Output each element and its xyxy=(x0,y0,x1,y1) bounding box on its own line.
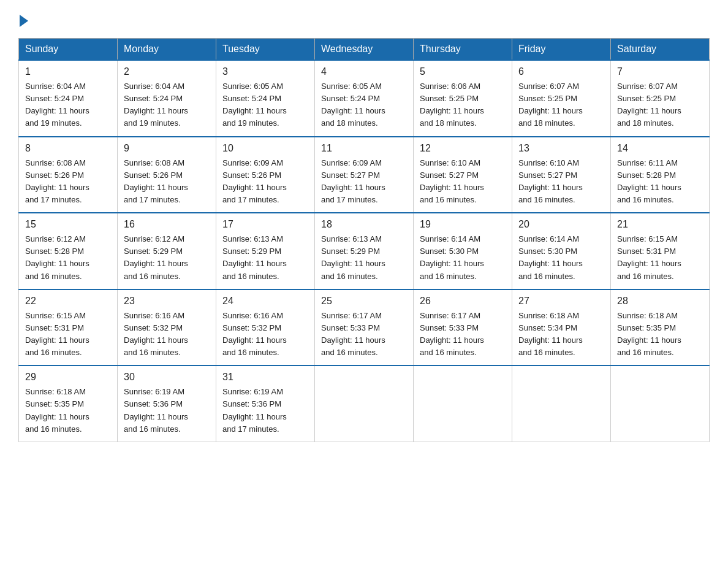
day-info: Sunrise: 6:12 AMSunset: 5:29 PMDaylight:… xyxy=(124,233,210,283)
calendar-cell: 26Sunrise: 6:17 AMSunset: 5:33 PMDayligh… xyxy=(414,289,512,366)
calendar-cell: 6Sunrise: 6:07 AMSunset: 5:25 PMDaylight… xyxy=(512,60,611,137)
calendar-cell: 14Sunrise: 6:11 AMSunset: 5:28 PMDayligh… xyxy=(611,137,710,213)
day-info: Sunrise: 6:11 AMSunset: 5:28 PMDaylight:… xyxy=(617,157,703,207)
calendar-cell: 24Sunrise: 6:16 AMSunset: 5:32 PMDayligh… xyxy=(216,289,315,366)
day-number: 10 xyxy=(222,141,308,156)
day-info: Sunrise: 6:19 AMSunset: 5:36 PMDaylight:… xyxy=(124,386,210,435)
day-number: 8 xyxy=(25,141,111,156)
day-info: Sunrise: 6:07 AMSunset: 5:25 PMDaylight:… xyxy=(518,80,604,130)
day-number: 17 xyxy=(222,217,308,232)
day-number: 25 xyxy=(321,294,407,308)
calendar-week-4: 22Sunrise: 6:15 AMSunset: 5:31 PMDayligh… xyxy=(19,289,710,366)
day-number: 21 xyxy=(617,217,703,232)
calendar-cell: 2Sunrise: 6:04 AMSunset: 5:24 PMDaylight… xyxy=(118,60,216,137)
calendar-cell: 19Sunrise: 6:14 AMSunset: 5:30 PMDayligh… xyxy=(414,213,512,289)
weekday-header-monday: Monday xyxy=(118,39,216,61)
day-number: 22 xyxy=(25,294,111,308)
day-info: Sunrise: 6:15 AMSunset: 5:31 PMDaylight:… xyxy=(617,233,703,283)
logo-arrow-icon xyxy=(20,15,28,27)
calendar-cell: 23Sunrise: 6:16 AMSunset: 5:32 PMDayligh… xyxy=(118,289,216,366)
day-number: 14 xyxy=(617,141,703,156)
page-header xyxy=(18,12,710,27)
calendar-header-row: SundayMondayTuesdayWednesdayThursdayFrid… xyxy=(19,39,710,61)
day-info: Sunrise: 6:08 AMSunset: 5:26 PMDaylight:… xyxy=(25,157,111,207)
calendar-cell: 28Sunrise: 6:18 AMSunset: 5:35 PMDayligh… xyxy=(611,289,710,366)
calendar-cell: 4Sunrise: 6:05 AMSunset: 5:24 PMDaylight… xyxy=(315,60,414,137)
day-number: 15 xyxy=(25,217,111,232)
day-info: Sunrise: 6:09 AMSunset: 5:26 PMDaylight:… xyxy=(222,157,308,207)
day-number: 19 xyxy=(420,217,506,232)
weekday-header-thursday: Thursday xyxy=(414,39,512,61)
calendar-cell: 22Sunrise: 6:15 AMSunset: 5:31 PMDayligh… xyxy=(19,289,118,366)
day-number: 13 xyxy=(518,141,604,156)
calendar-cell: 20Sunrise: 6:14 AMSunset: 5:30 PMDayligh… xyxy=(512,213,611,289)
calendar-cell: 30Sunrise: 6:19 AMSunset: 5:36 PMDayligh… xyxy=(118,366,216,442)
calendar-cell: 29Sunrise: 6:18 AMSunset: 5:35 PMDayligh… xyxy=(19,366,118,442)
calendar-cell xyxy=(414,366,512,442)
calendar-cell: 16Sunrise: 6:12 AMSunset: 5:29 PMDayligh… xyxy=(118,213,216,289)
day-info: Sunrise: 6:12 AMSunset: 5:28 PMDaylight:… xyxy=(25,233,111,283)
day-number: 11 xyxy=(321,141,407,156)
calendar-week-1: 1Sunrise: 6:04 AMSunset: 5:24 PMDaylight… xyxy=(19,60,710,137)
day-number: 31 xyxy=(222,370,308,385)
day-number: 24 xyxy=(222,294,308,308)
day-info: Sunrise: 6:06 AMSunset: 5:25 PMDaylight:… xyxy=(420,80,506,130)
day-info: Sunrise: 6:07 AMSunset: 5:25 PMDaylight:… xyxy=(617,80,703,130)
day-number: 23 xyxy=(124,294,210,308)
logo xyxy=(18,12,28,27)
weekday-header-saturday: Saturday xyxy=(611,39,710,61)
day-number: 5 xyxy=(420,64,506,79)
day-info: Sunrise: 6:05 AMSunset: 5:24 PMDaylight:… xyxy=(321,80,407,130)
calendar-cell: 27Sunrise: 6:18 AMSunset: 5:34 PMDayligh… xyxy=(512,289,611,366)
day-number: 7 xyxy=(617,64,703,79)
day-info: Sunrise: 6:16 AMSunset: 5:32 PMDaylight:… xyxy=(124,310,210,359)
calendar-week-5: 29Sunrise: 6:18 AMSunset: 5:35 PMDayligh… xyxy=(19,366,710,442)
day-info: Sunrise: 6:13 AMSunset: 5:29 PMDaylight:… xyxy=(222,233,308,283)
weekday-header-tuesday: Tuesday xyxy=(216,39,315,61)
calendar-cell: 1Sunrise: 6:04 AMSunset: 5:24 PMDaylight… xyxy=(19,60,118,137)
day-number: 28 xyxy=(617,294,703,308)
calendar-cell: 8Sunrise: 6:08 AMSunset: 5:26 PMDaylight… xyxy=(19,137,118,213)
day-number: 1 xyxy=(25,64,111,79)
day-info: Sunrise: 6:04 AMSunset: 5:24 PMDaylight:… xyxy=(25,80,111,130)
day-info: Sunrise: 6:18 AMSunset: 5:35 PMDaylight:… xyxy=(617,310,703,359)
weekday-header-wednesday: Wednesday xyxy=(315,39,414,61)
calendar-cell xyxy=(512,366,611,442)
calendar-cell: 12Sunrise: 6:10 AMSunset: 5:27 PMDayligh… xyxy=(414,137,512,213)
day-number: 26 xyxy=(420,294,506,308)
calendar-cell: 18Sunrise: 6:13 AMSunset: 5:29 PMDayligh… xyxy=(315,213,414,289)
calendar-week-2: 8Sunrise: 6:08 AMSunset: 5:26 PMDaylight… xyxy=(19,137,710,213)
day-info: Sunrise: 6:16 AMSunset: 5:32 PMDaylight:… xyxy=(222,310,308,359)
day-info: Sunrise: 6:15 AMSunset: 5:31 PMDaylight:… xyxy=(25,310,111,359)
day-info: Sunrise: 6:08 AMSunset: 5:26 PMDaylight:… xyxy=(124,157,210,207)
day-info: Sunrise: 6:09 AMSunset: 5:27 PMDaylight:… xyxy=(321,157,407,207)
day-info: Sunrise: 6:14 AMSunset: 5:30 PMDaylight:… xyxy=(420,233,506,283)
day-number: 16 xyxy=(124,217,210,232)
day-info: Sunrise: 6:05 AMSunset: 5:24 PMDaylight:… xyxy=(222,80,308,130)
weekday-header-sunday: Sunday xyxy=(19,39,118,61)
day-info: Sunrise: 6:18 AMSunset: 5:35 PMDaylight:… xyxy=(25,386,111,435)
calendar-cell: 7Sunrise: 6:07 AMSunset: 5:25 PMDaylight… xyxy=(611,60,710,137)
calendar-cell: 31Sunrise: 6:19 AMSunset: 5:36 PMDayligh… xyxy=(216,366,315,442)
day-number: 3 xyxy=(222,64,308,79)
day-number: 30 xyxy=(124,370,210,385)
calendar-table: SundayMondayTuesdayWednesdayThursdayFrid… xyxy=(18,38,710,442)
calendar-cell xyxy=(315,366,414,442)
day-number: 18 xyxy=(321,217,407,232)
calendar-cell: 15Sunrise: 6:12 AMSunset: 5:28 PMDayligh… xyxy=(19,213,118,289)
calendar-cell: 10Sunrise: 6:09 AMSunset: 5:26 PMDayligh… xyxy=(216,137,315,213)
day-info: Sunrise: 6:17 AMSunset: 5:33 PMDaylight:… xyxy=(420,310,506,359)
day-number: 12 xyxy=(420,141,506,156)
calendar-cell xyxy=(611,366,710,442)
day-info: Sunrise: 6:19 AMSunset: 5:36 PMDaylight:… xyxy=(222,386,308,435)
day-info: Sunrise: 6:04 AMSunset: 5:24 PMDaylight:… xyxy=(124,80,210,130)
day-info: Sunrise: 6:13 AMSunset: 5:29 PMDaylight:… xyxy=(321,233,407,283)
day-number: 29 xyxy=(25,370,111,385)
calendar-cell: 5Sunrise: 6:06 AMSunset: 5:25 PMDaylight… xyxy=(414,60,512,137)
calendar-cell: 11Sunrise: 6:09 AMSunset: 5:27 PMDayligh… xyxy=(315,137,414,213)
day-info: Sunrise: 6:17 AMSunset: 5:33 PMDaylight:… xyxy=(321,310,407,359)
calendar-cell: 3Sunrise: 6:05 AMSunset: 5:24 PMDaylight… xyxy=(216,60,315,137)
day-number: 4 xyxy=(321,64,407,79)
calendar-week-3: 15Sunrise: 6:12 AMSunset: 5:28 PMDayligh… xyxy=(19,213,710,289)
calendar-cell: 25Sunrise: 6:17 AMSunset: 5:33 PMDayligh… xyxy=(315,289,414,366)
